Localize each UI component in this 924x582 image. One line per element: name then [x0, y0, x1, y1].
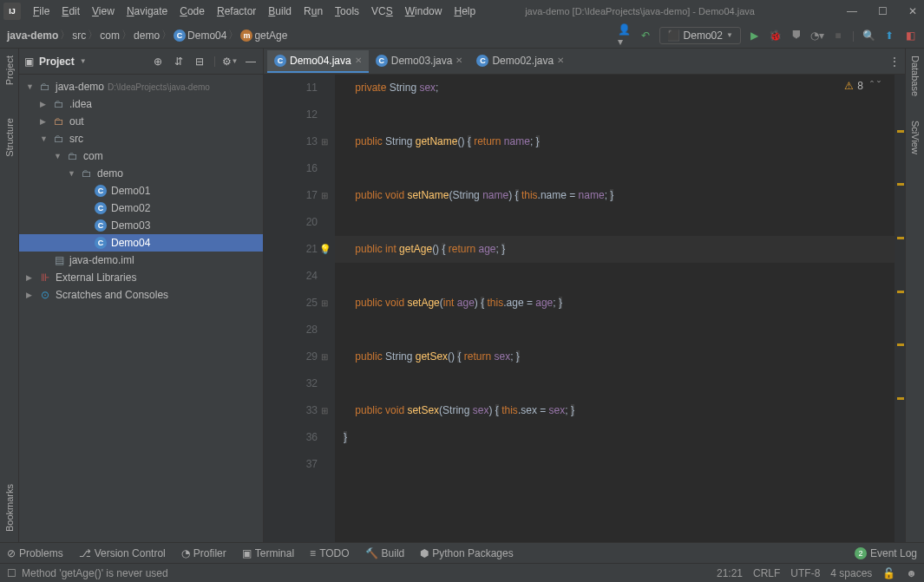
class-icon: C	[476, 55, 488, 67]
tool-build[interactable]: 🔨Build	[365, 547, 405, 559]
tool-eventlog[interactable]: 2 Event Log	[855, 547, 917, 559]
menu-window[interactable]: Window	[400, 3, 448, 19]
status-indent[interactable]: 4 spaces	[830, 567, 872, 579]
menu-navigate[interactable]: Navigate	[121, 3, 173, 19]
menu-tools[interactable]: Tools	[330, 3, 364, 19]
collapse-all-icon[interactable]: ⊟	[193, 55, 206, 69]
tool-sciview-tab[interactable]: SciView	[908, 117, 922, 158]
menu-run[interactable]: Run	[298, 3, 328, 19]
project-panel: ▣ Project ▼ ⊕ ⇵ ⊟ | ⚙ ▼ — ▼🗀java-demoD:\…	[19, 49, 264, 542]
sync-icon[interactable]: ⬆	[882, 29, 896, 43]
select-opened-icon[interactable]: ⊕	[151, 55, 165, 69]
status-lock-icon[interactable]: 🔓	[882, 567, 895, 579]
folder-icon: 🗀	[38, 81, 52, 93]
ide-icon[interactable]: ◧	[903, 29, 917, 43]
tab-demo03[interactable]: C Demo03.java ✕	[369, 50, 470, 73]
nav-toolbar: java-demo 〉 src 〉 com 〉 demo 〉 C Demo04 …	[0, 23, 924, 49]
project-view-dropdown[interactable]: ▼	[80, 57, 87, 65]
method-icon: m	[240, 29, 252, 42]
tool-profiler[interactable]: ◔Profiler	[181, 547, 226, 559]
class-icon: C	[94, 219, 108, 232]
tab-label: Demo02.java	[492, 55, 554, 67]
tab-demo04[interactable]: C Demo04.java ✕	[267, 50, 369, 73]
stop-icon[interactable]: ■	[831, 29, 845, 43]
project-view-icon: ▣	[24, 56, 34, 68]
close-icon[interactable]: ✕	[905, 5, 921, 17]
tree-row[interactable]: ▼🗀src	[19, 130, 263, 147]
right-tool-strip: Database SciView	[905, 49, 924, 542]
menu-file[interactable]: File	[28, 3, 55, 19]
tree-row[interactable]: ▶🗀out	[19, 113, 263, 130]
tree-row[interactable]: ▤java-demo.iml	[19, 252, 263, 269]
tab-demo02[interactable]: C Demo02.java ✕	[469, 50, 571, 73]
tree-row[interactable]: ▼🗀demo	[19, 165, 263, 182]
tool-vcs[interactable]: ⎇Version Control	[79, 547, 166, 559]
status-icon[interactable]: ☐	[7, 567, 16, 579]
status-notif-icon[interactable]: ☻	[906, 567, 917, 579]
maximize-icon[interactable]: ☐	[875, 5, 891, 17]
class-icon: C	[274, 55, 286, 67]
breadcrumb-item[interactable]: getAge	[254, 29, 287, 42]
tool-todo[interactable]: ≡TODO	[310, 547, 349, 559]
tool-python[interactable]: ⬢Python Packages	[420, 547, 513, 559]
problems-badge[interactable]: ⚠8 ˆˇ	[844, 80, 881, 92]
tree-row[interactable]: ▶⊪External Libraries	[19, 269, 263, 286]
main-menu: File Edit View Navigate Code Refactor Bu…	[28, 3, 481, 19]
error-stripe[interactable]	[895, 75, 905, 542]
status-position[interactable]: 21:21	[717, 567, 743, 579]
tool-project-tab[interactable]: Project	[3, 52, 16, 88]
tree-row[interactable]: CDemo01	[19, 182, 263, 199]
tabs-more-icon[interactable]: ⋮	[888, 55, 901, 69]
tree-row[interactable]: ▼🗀java-demoD:\IdeaProjects\java-demo	[19, 78, 263, 95]
settings-icon[interactable]: ⚙ ▼	[223, 55, 237, 69]
debug-icon[interactable]: 🐞	[769, 29, 783, 43]
hide-panel-icon[interactable]: —	[244, 55, 258, 69]
minimize-icon[interactable]: —	[843, 5, 861, 17]
tree-row[interactable]: CDemo04	[19, 234, 263, 252]
tree-row[interactable]: CDemo02	[19, 199, 263, 217]
tool-structure-tab[interactable]: Structure	[3, 114, 16, 160]
tool-terminal[interactable]: ▣Terminal	[242, 547, 294, 559]
lib-icon: ⊪	[38, 271, 52, 284]
breadcrumb-item[interactable]: com	[100, 29, 120, 42]
expand-all-icon[interactable]: ⇵	[172, 55, 186, 69]
code-editor[interactable]: 111213⊞1617⊞2021⊞💡2425⊞2829⊞3233⊞3637 ⚠8…	[264, 75, 905, 542]
menu-refactor[interactable]: Refactor	[212, 3, 261, 19]
breadcrumb-item[interactable]: demo	[134, 29, 160, 42]
coverage-icon[interactable]: ⛊	[790, 29, 803, 43]
tab-close-icon[interactable]: ✕	[455, 56, 462, 65]
tool-problems[interactable]: ⊘Problems	[7, 547, 63, 559]
tree-row[interactable]: CDemo03	[19, 217, 263, 234]
app-logo-icon: IJ	[3, 3, 21, 20]
breadcrumb-item[interactable]: java-demo	[7, 29, 58, 42]
tree-row[interactable]: ▼🗀com	[19, 147, 263, 165]
menu-help[interactable]: Help	[449, 3, 481, 19]
status-line-sep[interactable]: CRLF	[753, 567, 780, 579]
tree-row[interactable]: ▶🗀.idea	[19, 95, 263, 113]
menu-build[interactable]: Build	[263, 3, 297, 19]
tab-close-icon[interactable]: ✕	[355, 56, 362, 65]
tab-close-icon[interactable]: ✕	[557, 56, 564, 65]
user-icon[interactable]: 👤▾	[618, 29, 632, 43]
breadcrumb-item[interactable]: src	[72, 29, 86, 42]
run-config-selector[interactable]: ⬛ Demo02 ▼	[659, 27, 741, 44]
run-icon[interactable]: ▶	[748, 29, 762, 43]
menu-vcs[interactable]: VCS	[366, 3, 398, 19]
main-area: Project Structure Bookmarks ▣ Project ▼ …	[0, 49, 924, 542]
tree-row[interactable]: ▶⊙Scratches and Consoles	[19, 286, 263, 304]
tool-database-tab[interactable]: Database	[908, 52, 922, 100]
project-tree[interactable]: ▼🗀java-demoD:\IdeaProjects\java-demo▶🗀.i…	[19, 75, 263, 542]
tool-bookmarks-tab[interactable]: Bookmarks	[3, 481, 16, 535]
back-icon[interactable]: ↶	[639, 29, 652, 43]
status-encoding[interactable]: UTF-8	[790, 567, 820, 579]
menu-edit[interactable]: Edit	[56, 3, 85, 19]
class-icon: C	[94, 185, 108, 197]
profile-icon[interactable]: ◔▾	[810, 29, 824, 43]
breadcrumb-item[interactable]: Demo04	[187, 29, 226, 42]
search-icon[interactable]: 🔍	[862, 29, 875, 43]
folder-icon: 🗀	[80, 167, 94, 180]
editor-tabs: C Demo04.java ✕ C Demo03.java ✕ C Demo02…	[264, 49, 905, 75]
code-content[interactable]: ⚠8 ˆˇ private String sex; public String …	[335, 75, 905, 542]
menu-code[interactable]: Code	[174, 3, 210, 19]
menu-view[interactable]: View	[87, 3, 120, 19]
